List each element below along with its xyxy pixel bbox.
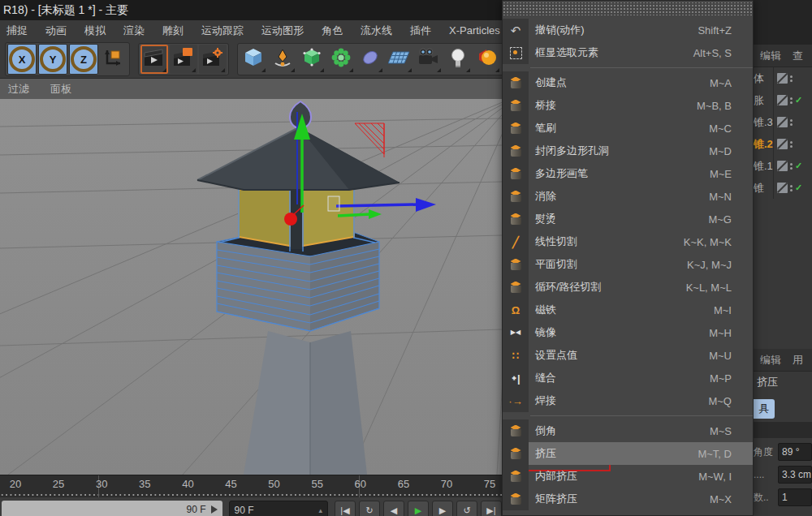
transport-button[interactable]: |◀ [335,501,356,516]
axis-lock-y-button[interactable]: Y [38,44,67,75]
context-menu-item-多边形画笔[interactable]: 多边形画笔 M~E [503,162,753,185]
camera-button[interactable] [415,45,443,74]
visibility-dots[interactable] [790,141,793,148]
menubar-item-运动跟踪[interactable]: 运动跟踪 [201,24,244,38]
axis-z-shaft[interactable] [336,204,419,206]
layer-icon[interactable] [777,139,788,149]
add-spline-button[interactable] [269,45,296,74]
object-row[interactable]: 体 [754,67,812,89]
viewport-menu-item-过滤[interactable]: 过滤 [8,82,29,97]
visibility-dots[interactable] [790,75,793,82]
object-row[interactable]: 胀 ✓ [754,89,812,111]
menubar-item-雕刻[interactable]: 雕刻 [162,24,184,38]
menubar-item-渲染[interactable]: 渲染 [123,24,145,38]
render-view-button[interactable] [140,45,168,74]
context-menu-item-缝合[interactable]: ᛭| 缝合 M~P [503,367,753,389]
attribute-value-field[interactable]: 89 ° [778,443,812,461]
object-manager-view-menu[interactable]: 查 [793,49,803,63]
light-button[interactable] [444,45,472,74]
context-menu-item-磁铁[interactable]: Ω 磁铁 M~I [503,299,753,321]
tower-base[interactable] [244,331,367,475]
object-manager-edit-menu[interactable]: 编辑 [760,49,781,63]
timeline-powerslider[interactable]: 90 F [2,501,222,516]
context-menu-item-循环/路径切割[interactable]: 循环/路径切割 K~L, M~L [503,276,753,299]
context-menu-item-线性切割[interactable]: ╱ 线性切割 K~K, M~K [503,230,753,253]
render-settings-button[interactable] [199,45,227,74]
transport-button[interactable]: ▶| [481,501,502,516]
context-menu-item-封闭多边形孔洞[interactable]: 封闭多边形孔洞 M~D [503,140,753,162]
visibility-dots[interactable] [790,97,793,104]
tool-options-tab[interactable]: 具 [754,399,775,419]
layer-icon[interactable] [777,73,788,84]
viewport-menu-item-面板[interactable]: 面板 [50,82,71,97]
ruler-number: 30 [91,478,112,490]
object-row[interactable]: 锥.1 ✓ [754,155,812,177]
transport-button[interactable]: ↻ [359,501,380,516]
context-menu-item-熨烫[interactable]: 熨烫 M~G [503,208,753,230]
enabled-check-icon[interactable]: ✓ [795,161,803,171]
visibility-dots[interactable] [790,119,793,126]
menubar-item-捕捉[interactable]: 捕捉 [6,24,28,38]
coordinate-system-button[interactable] [100,45,127,74]
enabled-check-icon[interactable]: ✓ [795,183,803,193]
attribute-edit-menu[interactable]: 编辑 [760,353,781,368]
context-menu-item-焊接[interactable]: ·→ 焊接 M~Q [503,389,753,412]
menubar-item-动画[interactable]: 动画 [45,24,67,38]
axis-lock-z-button[interactable]: Z [69,44,98,75]
attribute-value-field[interactable]: 1 [778,488,812,506]
menubar-item-角色[interactable]: 角色 [322,24,343,38]
context-menu-item-内部挤压[interactable]: 内部挤压 M~W, I [503,465,753,488]
visibility-dots[interactable] [790,185,793,191]
transport-button[interactable]: ▶ [432,501,453,516]
axis-x-arrowhead[interactable] [369,209,382,219]
menubar-item-流水线[interactable]: 流水线 [361,24,392,38]
origin-handle[interactable] [284,213,297,226]
viewport-3d[interactable] [0,99,502,475]
context-menu-item-倒角[interactable]: 倒角 M~S [503,419,753,442]
timeline-ruler[interactable]: 202530354045505560657075 [0,475,502,498]
context-menu-item-矩阵挤压[interactable]: 矩阵挤压 M~X [503,488,753,510]
subdivision-surface-button[interactable] [298,45,326,74]
plane-handle[interactable] [355,123,384,157]
context-menu-item-笔刷[interactable]: 笔刷 M~C [503,117,753,140]
floor-button[interactable] [386,45,413,74]
menu-item-shortcut: M~W, I [698,471,732,483]
menubar-item-运动图形[interactable]: 运动图形 [261,24,304,38]
axis-x-shaft[interactable] [338,214,370,216]
menubar-item-X-Particles[interactable]: X-Particles [449,24,500,37]
menubar-item-模拟[interactable]: 模拟 [84,24,106,38]
context-menu-item-框显选取元素[interactable]: 框显选取元素 Alt+S, S [503,41,753,64]
environment-button[interactable] [356,45,384,74]
enabled-check-icon[interactable]: ✓ [795,95,803,105]
attribute-user-menu[interactable]: 用 [793,353,803,368]
visibility-dots[interactable] [790,163,793,170]
context-menu-item-消除[interactable]: 消除 M~N [503,185,753,208]
transport-button[interactable]: ◀ [383,501,404,516]
axis-lock-x-button[interactable]: X [7,44,37,75]
object-row[interactable]: 锥.3 [754,111,812,133]
menubar-item-插件[interactable]: 插件 [410,24,431,38]
render-to-picture-viewer-button[interactable] [170,45,197,74]
context-menu-item-平面切割[interactable]: 平面切割 K~J, M~J [503,253,753,276]
layer-icon[interactable] [777,183,788,193]
material-button[interactable] [473,45,501,74]
deformer-button[interactable] [327,45,355,74]
transport-button[interactable]: ▶ [408,501,429,516]
context-menu-item-撤销(动作)[interactable]: ↶ 撤销(动作) Shift+Z [503,19,753,41]
layer-icon[interactable] [777,95,788,105]
context-menu-item-设置点值[interactable]: ∷ 设置点值 M~U [503,344,753,367]
context-menu-item-镜像[interactable]: ▶◀ 镜像 M~H [503,321,753,344]
transport-button[interactable]: ↺ [456,501,477,516]
add-primitive-button[interactable] [240,45,267,74]
current-frame-field[interactable]: 90 F ▴ [229,501,328,516]
menu-tearoff-strip[interactable] [503,2,753,15]
context-menu-item-桥接[interactable]: 桥接 M~B, B [503,94,753,117]
scale-handle[interactable] [328,196,339,211]
object-row[interactable]: 锥.2 [754,133,812,155]
context-menu-item-创建点[interactable]: 创建点 M~A [503,71,753,94]
layer-icon[interactable] [777,161,788,171]
context-menu-item-挤压[interactable]: 挤压 M~T, D [503,442,753,465]
attribute-value-field[interactable]: 3.3 cm [778,466,812,484]
layer-icon[interactable] [777,117,788,127]
object-row[interactable]: 锥 ✓ [754,177,812,199]
